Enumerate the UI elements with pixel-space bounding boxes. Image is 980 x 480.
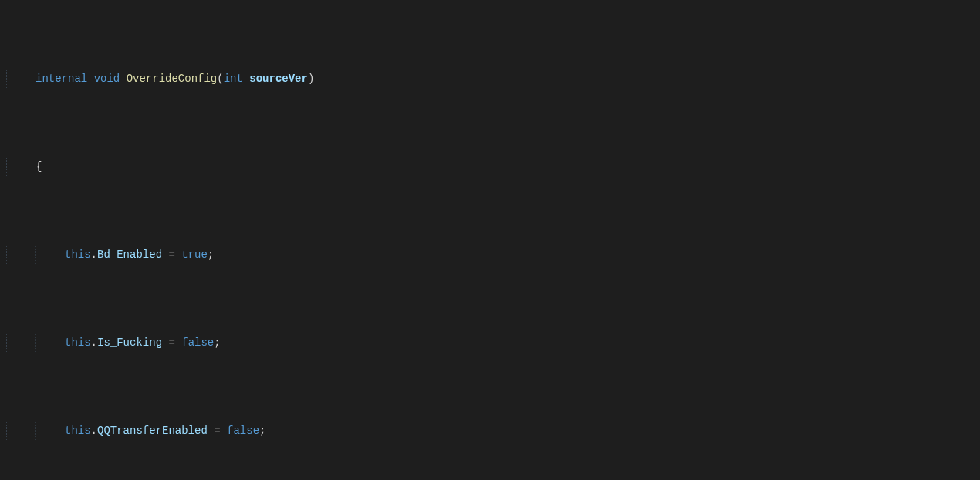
keyword-void: void — [94, 73, 120, 85]
code-editor[interactable]: internal void OverrideConfig(int sourceV… — [0, 0, 980, 480]
method-name: OverrideConfig — [127, 73, 218, 85]
code-line[interactable]: this.QQTransferEnabled = false; — [6, 422, 980, 440]
param-name: sourceVer — [249, 73, 308, 85]
brace: { — [35, 161, 42, 173]
property: Bd_Enabled — [97, 248, 162, 261]
code-line[interactable]: { — [6, 158, 980, 176]
param-type: int — [224, 73, 243, 85]
literal-bool: true — [181, 248, 208, 261]
code-area[interactable]: internal void OverrideConfig(int sourceV… — [6, 0, 980, 480]
code-line[interactable]: internal void OverrideConfig(int sourceV… — [6, 70, 980, 88]
code-line[interactable]: this.Bd_Enabled = true; — [6, 246, 980, 264]
keyword-access: internal — [35, 73, 87, 85]
keyword-this: this — [65, 248, 91, 261]
code-line[interactable]: this.Is_Fucking = false; — [6, 334, 980, 352]
gutter — [0, 0, 6, 480]
